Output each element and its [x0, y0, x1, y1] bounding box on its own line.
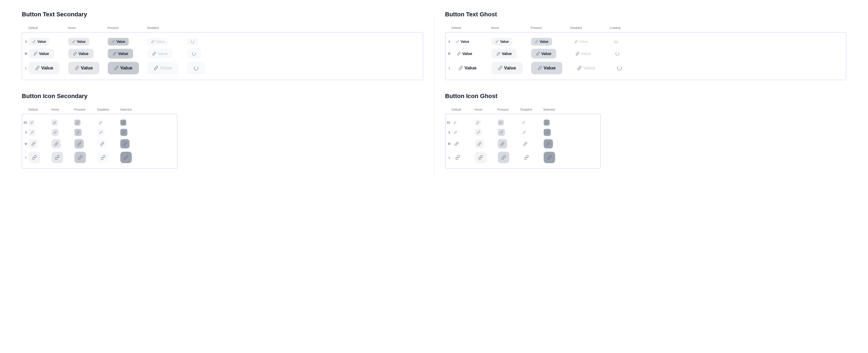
- iconbtn-ghost-s-default[interactable]: [452, 129, 459, 136]
- button-secondary-s-pressed[interactable]: Value: [108, 38, 129, 45]
- iconbtn-secondary-m-pressed[interactable]: [74, 139, 84, 148]
- iconbtn-secondary-l-default[interactable]: [29, 152, 40, 163]
- header-hover: Hover: [51, 108, 74, 111]
- link-icon: [77, 142, 81, 146]
- link-icon: [576, 52, 579, 56]
- button-secondary-l-hover[interactable]: Value: [68, 62, 99, 74]
- header-selected: Selected: [544, 108, 566, 111]
- iconbtn-secondary-xs-default[interactable]: [29, 119, 35, 126]
- iconbtn-ghost-xs-pressed[interactable]: [498, 119, 504, 126]
- button-secondary-l-loading: [187, 62, 206, 74]
- link-icon: [78, 155, 83, 160]
- button-ghost-s-hover[interactable]: Value: [492, 38, 513, 45]
- link-icon: [453, 121, 456, 124]
- row-xs: XS: [22, 118, 177, 127]
- iconbtn-ghost-m-disabled: [521, 139, 530, 148]
- link-icon: [455, 155, 460, 160]
- row-s: S Value Value Value Value: [445, 36, 846, 47]
- iconbtn-ghost-xs-selected[interactable]: [544, 119, 550, 126]
- button-label: Value: [461, 40, 469, 44]
- header-disabled: Disabled: [521, 108, 544, 111]
- link-icon: [154, 66, 158, 70]
- button-ghost-s-loading: [610, 38, 622, 45]
- button-secondary-l-disabled: Value: [147, 62, 178, 74]
- iconbtn-ghost-xs-default[interactable]: [452, 119, 458, 126]
- iconbtn-ghost-m-hover[interactable]: [475, 139, 484, 148]
- iconbtn-secondary-s-hover[interactable]: [52, 129, 59, 136]
- link-icon: [54, 131, 57, 134]
- link-icon: [535, 40, 538, 43]
- iconbtn-ghost-l-selected[interactable]: [544, 152, 555, 163]
- link-icon: [476, 121, 479, 124]
- button-ghost-m-pressed[interactable]: Value: [531, 49, 556, 59]
- header-default: Default: [28, 26, 68, 29]
- link-icon: [75, 66, 79, 70]
- header-hover: Hover: [475, 108, 498, 111]
- iconbtn-ghost-m-selected[interactable]: [544, 139, 553, 148]
- iconbtn-secondary-s-default[interactable]: [29, 129, 36, 136]
- row-m: M Value Value Value Value: [445, 47, 846, 60]
- button-ghost-l-hover[interactable]: Value: [492, 62, 523, 74]
- button-ghost-l-default[interactable]: Value: [452, 62, 483, 74]
- right-column: Button Text Ghost Default Hover Pressed …: [434, 11, 857, 181]
- iconbtn-ghost-l-pressed[interactable]: [498, 152, 509, 163]
- button-secondary-l-default[interactable]: Value: [29, 62, 60, 74]
- button-secondary-m-default[interactable]: Value: [29, 49, 54, 59]
- iconbtn-secondary-xs-selected[interactable]: [120, 119, 126, 126]
- iconbtn-ghost-s-selected[interactable]: [544, 129, 551, 136]
- button-ghost-l-pressed[interactable]: Value: [531, 62, 562, 74]
- iconbtn-secondary-xs-pressed[interactable]: [74, 119, 81, 126]
- iconbtn-ghost-l-hover[interactable]: [475, 152, 486, 163]
- button-ghost-s-default[interactable]: Value: [452, 38, 473, 45]
- button-ghost-l-loading: [610, 62, 629, 74]
- button-ghost-m-hover[interactable]: Value: [492, 49, 517, 59]
- button-label: Value: [502, 51, 512, 56]
- button-secondary-l-pressed[interactable]: Value: [108, 62, 139, 74]
- iconbtn-secondary-m-selected[interactable]: [120, 139, 130, 148]
- header-hover: Hover: [491, 26, 531, 29]
- button-secondary-m-hover[interactable]: Value: [68, 49, 94, 59]
- column-headers: Default Hover Pressed Disabled Selected: [445, 108, 846, 111]
- iconbtn-secondary-l-selected[interactable]: [120, 152, 132, 163]
- button-label: Value: [462, 51, 472, 56]
- button-ghost-m-default[interactable]: Value: [452, 49, 477, 59]
- column-headers: Default Hover Pressed Disabled: [22, 26, 423, 29]
- variant-frame: S Value Value Value Value M Value Value …: [22, 32, 423, 80]
- button-label: Value: [79, 51, 89, 56]
- link-icon: [575, 40, 578, 43]
- link-icon: [523, 142, 527, 146]
- iconbtn-secondary-l-pressed[interactable]: [74, 152, 86, 163]
- iconbtn-secondary-l-hover[interactable]: [52, 152, 63, 163]
- iconbtn-secondary-s-pressed[interactable]: [74, 129, 82, 136]
- iconbtn-secondary-m-hover[interactable]: [52, 139, 61, 148]
- iconbtn-ghost-s-hover[interactable]: [475, 129, 482, 136]
- button-label: Value: [500, 40, 509, 44]
- section-text-ghost: Button Text Ghost Default Hover Pressed …: [445, 11, 846, 80]
- header-hover: Hover: [68, 26, 107, 29]
- iconbtn-secondary-m-default[interactable]: [29, 139, 38, 148]
- row-m: M Value Value Value Value: [22, 47, 423, 60]
- iconbtn-secondary-s-selected[interactable]: [120, 129, 127, 136]
- link-icon: [495, 40, 499, 43]
- section-title: Button Icon Secondary: [22, 93, 423, 100]
- link-icon: [35, 66, 39, 70]
- button-secondary-s-hover[interactable]: Value: [68, 38, 89, 45]
- iconbtn-ghost-xs-hover[interactable]: [475, 119, 481, 126]
- spinner-icon: [191, 40, 194, 44]
- iconbtn-ghost-m-pressed[interactable]: [498, 139, 507, 148]
- link-icon: [76, 131, 80, 134]
- link-icon: [72, 40, 75, 43]
- row-s: S: [445, 127, 600, 138]
- iconbtn-ghost-l-default[interactable]: [452, 152, 463, 163]
- header-default: Default: [452, 26, 491, 29]
- iconbtn-ghost-m-default[interactable]: [452, 139, 461, 148]
- column-headers: Default Hover Pressed Disabled Selected: [22, 108, 423, 111]
- button-secondary-s-default[interactable]: Value: [29, 38, 50, 45]
- variant-frame: S Value Value Value Value M Value Value …: [445, 32, 846, 80]
- iconbtn-secondary-xs-hover[interactable]: [52, 119, 58, 126]
- button-ghost-s-pressed[interactable]: Value: [531, 38, 552, 45]
- iconbtn-ghost-s-pressed[interactable]: [498, 129, 505, 136]
- button-label: Value: [37, 40, 46, 44]
- button-secondary-m-pressed[interactable]: Value: [108, 49, 133, 59]
- row-m: M: [445, 138, 600, 150]
